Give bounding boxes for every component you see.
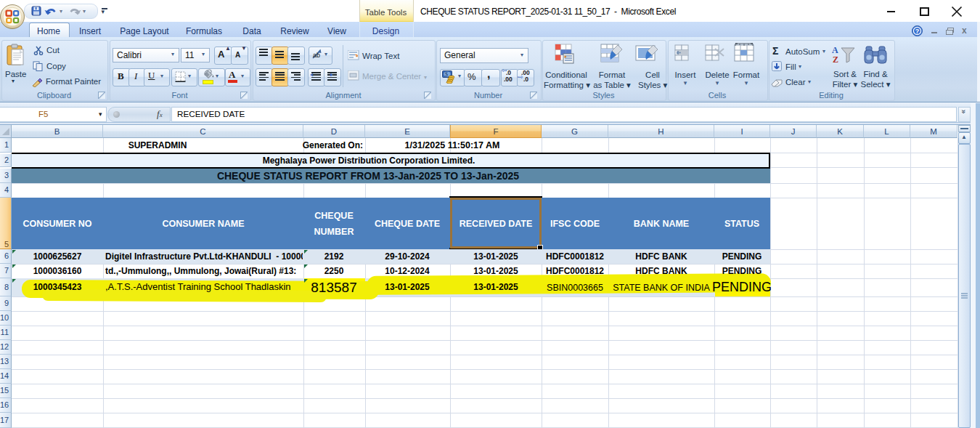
svg-text:A: A: [832, 45, 838, 55]
svg-text:ab: ab: [313, 52, 320, 59]
svg-text:$: $: [445, 71, 448, 78]
svg-text:Z: Z: [833, 54, 838, 65]
svg-text:?: ?: [915, 28, 920, 35]
